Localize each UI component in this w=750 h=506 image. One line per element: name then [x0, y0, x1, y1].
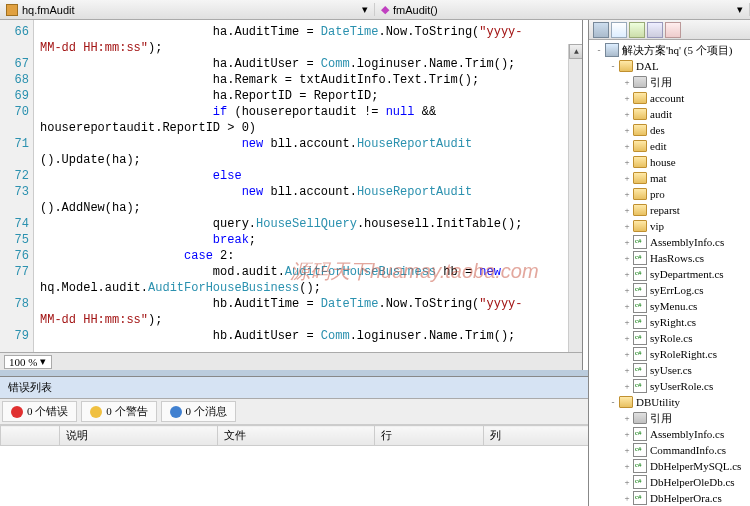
- vertical-scrollbar[interactable]: ▲ ▼: [568, 44, 582, 352]
- tree-node[interactable]: +AssemblyInfo.cs: [589, 426, 750, 442]
- tree-node[interactable]: +audit: [589, 106, 750, 122]
- member-dropdown[interactable]: ◆ fmAudit() ▾: [375, 3, 750, 16]
- code-line[interactable]: new bll.account.HouseReportAudit: [40, 136, 576, 152]
- tree-node[interactable]: -DAL: [589, 58, 750, 74]
- error-filter-tab[interactable]: 0 个错误: [2, 401, 77, 422]
- tree-toggle-icon[interactable]: +: [621, 317, 633, 327]
- code-line[interactable]: new bll.account.HouseReportAudit: [40, 184, 576, 200]
- code-editor[interactable]: 6667686970717273747576777879 ha.AuditTim…: [0, 20, 582, 352]
- toolbar-collapse-icon[interactable]: [665, 22, 681, 38]
- code-line[interactable]: ().Update(ha);: [40, 152, 576, 168]
- code-line[interactable]: case 2:: [40, 248, 576, 264]
- tree-toggle-icon[interactable]: -: [607, 397, 619, 407]
- tree-node[interactable]: +account: [589, 90, 750, 106]
- folder-icon: [633, 204, 647, 216]
- tree-toggle-icon[interactable]: +: [621, 173, 633, 183]
- tree-toggle-icon[interactable]: +: [621, 189, 633, 199]
- tree-toggle-icon[interactable]: +: [621, 77, 633, 87]
- code-line[interactable]: hq.Model.audit.AuditForHouseBusiness();: [40, 280, 576, 296]
- tree-toggle-icon[interactable]: +: [621, 93, 633, 103]
- tree-toggle-icon[interactable]: +: [621, 493, 633, 503]
- tree-node[interactable]: +DbHelperMySQL.cs: [589, 458, 750, 474]
- tree-toggle-icon[interactable]: +: [621, 381, 633, 391]
- toolbar-view-icon[interactable]: [647, 22, 663, 38]
- code-line[interactable]: break;: [40, 232, 576, 248]
- code-line[interactable]: query.HouseSellQuery.housesell.InitTable…: [40, 216, 576, 232]
- tree-toggle-icon[interactable]: +: [621, 221, 633, 231]
- code-line[interactable]: housereportaudit.ReportID > 0): [40, 120, 576, 136]
- error-column-header[interactable]: [1, 426, 60, 446]
- toolbar-properties-icon[interactable]: [593, 22, 609, 38]
- error-column-header[interactable]: 行: [375, 426, 483, 446]
- tree-node[interactable]: +引用: [589, 410, 750, 426]
- error-filter-tab[interactable]: 0 个消息: [161, 401, 236, 422]
- tree-node[interactable]: +DbHelperOleDb.cs: [589, 474, 750, 490]
- tree-toggle-icon[interactable]: +: [621, 205, 633, 215]
- tree-node[interactable]: +house: [589, 154, 750, 170]
- toolbar-show-all-icon[interactable]: [611, 22, 627, 38]
- code-line[interactable]: mod.audit.AuditForHouseBusiness hb = new: [40, 264, 576, 280]
- tree-node[interactable]: +HasRows.cs: [589, 250, 750, 266]
- code-line[interactable]: ha.AuditTime = DateTime.Now.ToString("yy…: [40, 24, 576, 40]
- tree-node[interactable]: -DBUtility: [589, 394, 750, 410]
- tree-toggle-icon[interactable]: +: [621, 445, 633, 455]
- tree-toggle-icon[interactable]: +: [621, 285, 633, 295]
- tree-toggle-icon[interactable]: +: [621, 413, 633, 423]
- tree-node[interactable]: +mat: [589, 170, 750, 186]
- tree-toggle-icon[interactable]: +: [621, 141, 633, 151]
- tree-node[interactable]: +reparst: [589, 202, 750, 218]
- solution-icon: [605, 43, 619, 57]
- tree-toggle-icon[interactable]: -: [593, 45, 605, 55]
- tree-node[interactable]: +edit: [589, 138, 750, 154]
- error-column-header[interactable]: 文件: [217, 426, 375, 446]
- code-line[interactable]: ha.AuditUser = Comm.loginuser.Name.Trim(…: [40, 56, 576, 72]
- tree-node[interactable]: +syUserRole.cs: [589, 378, 750, 394]
- tree-toggle-icon[interactable]: +: [621, 237, 633, 247]
- error-column-header[interactable]: 列: [483, 426, 591, 446]
- solution-tree[interactable]: - 解决方案'hq' (5 个项目) -DAL+引用+account+audit…: [589, 40, 750, 506]
- code-line[interactable]: hb.AuditTime = DateTime.Now.ToString("yy…: [40, 296, 576, 312]
- tree-node[interactable]: +引用: [589, 74, 750, 90]
- tree-node[interactable]: +DbHelperOra.cs: [589, 490, 750, 506]
- toolbar-refresh-icon[interactable]: [629, 22, 645, 38]
- tree-toggle-icon[interactable]: +: [621, 301, 633, 311]
- tree-toggle-icon[interactable]: +: [621, 269, 633, 279]
- tree-toggle-icon[interactable]: +: [621, 461, 633, 471]
- tree-node[interactable]: +syRight.cs: [589, 314, 750, 330]
- code-line[interactable]: MM-dd HH:mm:ss");: [40, 312, 576, 328]
- error-column-header[interactable]: 说明: [59, 426, 217, 446]
- error-filter-tab[interactable]: 0 个警告: [81, 401, 156, 422]
- tree-node[interactable]: +syDepartment.cs: [589, 266, 750, 282]
- tree-toggle-icon[interactable]: +: [621, 157, 633, 167]
- code-line[interactable]: hb.AuditUser = Comm.loginuser.Name.Trim(…: [40, 328, 576, 344]
- tree-node[interactable]: +des: [589, 122, 750, 138]
- code-text-area[interactable]: ha.AuditTime = DateTime.Now.ToString("yy…: [34, 20, 582, 352]
- code-line[interactable]: ().AddNew(ha);: [40, 200, 576, 216]
- tree-node[interactable]: +CommandInfo.cs: [589, 442, 750, 458]
- code-line[interactable]: if (housereportaudit != null &&: [40, 104, 576, 120]
- tree-toggle-icon[interactable]: +: [621, 349, 633, 359]
- tree-toggle-icon[interactable]: +: [621, 253, 633, 263]
- code-line[interactable]: MM-dd HH:mm:ss");: [40, 40, 576, 56]
- scroll-up-arrow-icon[interactable]: ▲: [569, 44, 582, 59]
- code-line[interactable]: else: [40, 168, 576, 184]
- tree-toggle-icon[interactable]: +: [621, 365, 633, 375]
- tree-node[interactable]: +syMenu.cs: [589, 298, 750, 314]
- tree-node[interactable]: +vip: [589, 218, 750, 234]
- tree-toggle-icon[interactable]: +: [621, 477, 633, 487]
- tree-node[interactable]: +AssemblyInfo.cs: [589, 234, 750, 250]
- tree-toggle-icon[interactable]: +: [621, 429, 633, 439]
- tree-toggle-icon[interactable]: -: [607, 61, 619, 71]
- tree-toggle-icon[interactable]: +: [621, 109, 633, 119]
- class-dropdown[interactable]: hq.fmAudit ▾: [0, 3, 375, 16]
- tree-node[interactable]: +syUser.cs: [589, 362, 750, 378]
- tree-toggle-icon[interactable]: +: [621, 333, 633, 343]
- tree-toggle-icon[interactable]: +: [621, 125, 633, 135]
- code-line[interactable]: ha.Remark = txtAuditInfo.Text.Trim();: [40, 72, 576, 88]
- tree-node[interactable]: +syErrLog.cs: [589, 282, 750, 298]
- solution-root-node[interactable]: - 解决方案'hq' (5 个项目): [589, 42, 750, 58]
- tree-node[interactable]: +syRoleRight.cs: [589, 346, 750, 362]
- code-line[interactable]: ha.ReportID = ReportID;: [40, 88, 576, 104]
- tree-node[interactable]: +pro: [589, 186, 750, 202]
- tree-node[interactable]: +syRole.cs: [589, 330, 750, 346]
